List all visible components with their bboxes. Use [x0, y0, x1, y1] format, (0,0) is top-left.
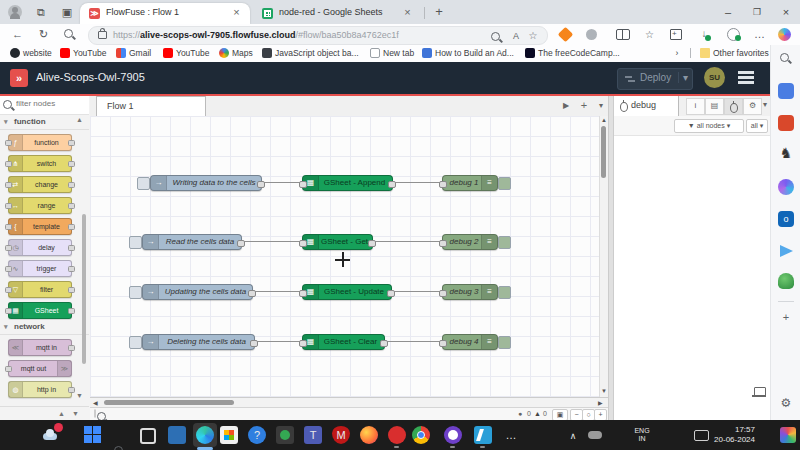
github-icon[interactable]: [444, 426, 462, 444]
collections-icon[interactable]: [670, 29, 682, 40]
clock[interactable]: 17:5720-06-2024: [700, 425, 755, 445]
address-bar[interactable]: https://alive-scops-owl-7905.flowfuse.cl…: [88, 26, 548, 45]
tab-debug[interactable]: debug: [614, 96, 679, 116]
read-aloud-icon[interactable]: A: [510, 31, 522, 41]
sidebar-add-icon[interactable]: +: [778, 309, 794, 325]
debug-node[interactable]: ≡ debug 3: [442, 284, 498, 300]
collapse-all-icon[interactable]: ▲: [58, 410, 65, 417]
sidebar-games-icon[interactable]: ♞: [778, 145, 794, 161]
sidebar-settings-icon[interactable]: ⚙: [778, 395, 794, 411]
inject-button[interactable]: [129, 236, 142, 249]
sidebar-search-icon[interactable]: [778, 51, 794, 67]
debug-tab-icon[interactable]: [724, 98, 743, 115]
close-window-button[interactable]: ×: [773, 0, 799, 24]
meet-icon[interactable]: [276, 426, 294, 444]
info-tab-icon[interactable]: i: [686, 98, 705, 115]
palette-node-function[interactable]: ƒfunction: [8, 134, 72, 151]
browser-essentials-icon[interactable]: [727, 28, 740, 41]
add-flow-icon[interactable]: +: [576, 98, 592, 113]
flow-tab[interactable]: Flow 1: [96, 96, 206, 116]
close-tab-icon[interactable]: ×: [401, 6, 414, 19]
app-red-icon[interactable]: [388, 426, 406, 444]
palette-node-change[interactable]: ⇄change: [8, 176, 72, 193]
app-colorful-icon[interactable]: [780, 427, 796, 443]
palette-node-http-in[interactable]: ◍http in: [8, 381, 72, 398]
deploy-options-icon[interactable]: ▾: [678, 72, 688, 83]
onedrive-icon[interactable]: [588, 431, 602, 439]
inject-button[interactable]: [129, 336, 142, 349]
tray-expand-icon[interactable]: ∧: [566, 427, 580, 443]
palette-node-trigger[interactable]: ∿trigger: [8, 260, 72, 277]
debug-filter-button[interactable]: ▼ all nodes ▾: [674, 119, 744, 133]
sidebar-dock-icon[interactable]: [752, 384, 767, 398]
search-icon[interactable]: [62, 27, 77, 42]
palette-node-mqtt-in[interactable]: ≪mqtt in: [8, 339, 72, 356]
app-node-icon[interactable]: [168, 426, 186, 444]
flow-canvas[interactable]: → Writing data to the cells ▦ GSheet - A…: [90, 116, 608, 397]
close-tab-icon[interactable]: ×: [230, 6, 243, 19]
debug-toggle-button[interactable]: [498, 336, 511, 349]
inject-node[interactable]: → Read the cells data: [142, 234, 242, 250]
palette-node-delay[interactable]: ◷delay: [8, 239, 72, 256]
vscode-icon[interactable]: [474, 426, 492, 444]
store-icon[interactable]: [220, 426, 238, 444]
inject-node[interactable]: → Writing data to the cells: [150, 175, 262, 191]
debug-toggle-button[interactable]: [498, 177, 511, 190]
palette-search[interactable]: [0, 96, 89, 115]
metamask-icon[interactable]: [558, 27, 574, 43]
refresh-icon[interactable]: ↻: [36, 27, 51, 42]
inject-node[interactable]: → Updating the cells data: [142, 284, 253, 300]
language-indicator[interactable]: ENGIN: [632, 427, 652, 443]
debug-clear-button[interactable]: all ▾: [746, 119, 768, 133]
split-screen-icon[interactable]: [616, 29, 630, 40]
task-view-icon[interactable]: [140, 428, 156, 444]
gsheet-clear-node[interactable]: ▦ GSheet - Clear: [302, 334, 385, 350]
taskbar-search-icon[interactable]: [112, 444, 130, 450]
sidebar-outlook-icon[interactable]: o: [778, 211, 794, 227]
inject-button[interactable]: [129, 286, 142, 299]
help-tab-icon[interactable]: ▤: [705, 98, 724, 115]
debug-node[interactable]: ≡ debug 4: [442, 334, 498, 350]
start-button[interactable]: [84, 426, 102, 444]
debug-node[interactable]: ≡ debug 1: [442, 175, 498, 191]
sidebar-telegram-icon[interactable]: [780, 245, 793, 257]
expand-all-icon[interactable]: ▼: [72, 410, 79, 417]
scroll-up-icon[interactable]: ▲: [601, 117, 607, 123]
vertical-scrollbar[interactable]: ▲ ▼: [599, 116, 608, 397]
scroll-right-icon[interactable]: ▶: [598, 399, 603, 406]
downloads-icon[interactable]: ↓: [698, 27, 710, 41]
more-options-icon[interactable]: …: [752, 27, 767, 42]
favorite-star-icon[interactable]: ☆: [527, 31, 539, 41]
palette-search-input[interactable]: [14, 98, 88, 109]
tab-flowfuse[interactable]: FlowFuse : Flow 1 ×: [80, 3, 250, 24]
sidebar-tools-icon[interactable]: [778, 115, 794, 131]
new-tab-icon[interactable]: +: [432, 5, 446, 19]
firefox-icon[interactable]: [360, 426, 378, 444]
settings-tab-icon[interactable]: ⚙: [743, 98, 762, 115]
palette-node-gsheet[interactable]: ▦GSheet: [8, 302, 72, 319]
chrome-icon[interactable]: [412, 426, 430, 444]
tab-google-sheets[interactable]: node-red - Google Sheets ×: [253, 3, 421, 24]
debug-node[interactable]: ≡ debug 2: [442, 234, 498, 250]
scroll-down-icon[interactable]: ▼: [601, 388, 607, 394]
palette-node-switch[interactable]: ⋔switch: [8, 155, 72, 172]
extension-icon[interactable]: [586, 29, 597, 40]
back-icon[interactable]: ←: [10, 27, 25, 42]
sidebar-copilot-icon[interactable]: [778, 179, 794, 195]
canvas-search-icon[interactable]: [94, 409, 96, 418]
sidebar-shopping-icon[interactable]: [778, 83, 794, 99]
deploy-button[interactable]: Deploy ▾: [617, 68, 693, 90]
restore-button[interactable]: ❐: [744, 0, 770, 24]
flow-list-icon[interactable]: ▾: [593, 98, 609, 113]
palette-node-filter[interactable]: ▽filter: [8, 281, 72, 298]
palette-node-range[interactable]: ↔range: [8, 197, 72, 214]
inject-button[interactable]: [137, 177, 150, 190]
scroll-left-icon[interactable]: ◀: [93, 399, 98, 406]
mcafee-icon[interactable]: M: [332, 426, 350, 444]
tab-search-icon[interactable]: ▣: [60, 5, 74, 19]
debug-toggle-button[interactable]: [498, 286, 511, 299]
workspaces-icon[interactable]: ⧉: [34, 5, 48, 19]
widgets-icon[interactable]: [42, 426, 60, 444]
taskbar-more-icon[interactable]: …: [502, 426, 520, 444]
bookmarks-overflow-icon[interactable]: ›: [672, 47, 682, 60]
